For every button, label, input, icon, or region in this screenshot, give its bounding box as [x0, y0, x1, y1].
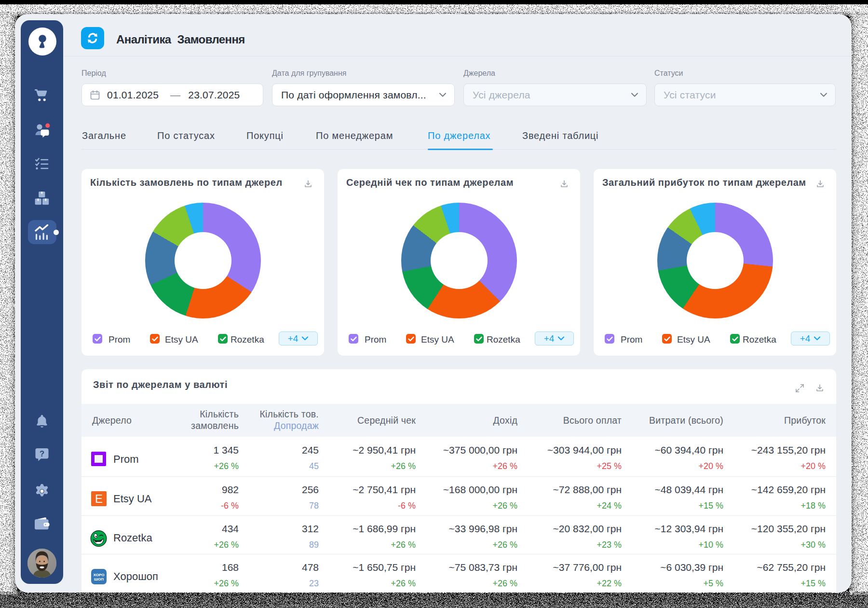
svg-text:?: ?: [40, 449, 44, 458]
svg-text:ХОРО: ХОРО: [94, 573, 105, 577]
svg-text:ШОП: ШОП: [94, 577, 104, 581]
svg-text:E: E: [95, 492, 103, 505]
